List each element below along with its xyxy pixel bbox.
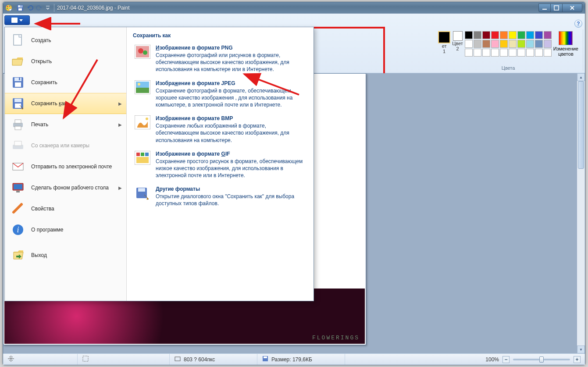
palette-color[interactable] <box>465 49 473 57</box>
palette-color[interactable] <box>482 31 490 39</box>
palette-color[interactable] <box>535 49 543 57</box>
menu-item-print[interactable]: Печать ▶ <box>5 114 126 135</box>
svg-rect-5 <box>18 5 22 7</box>
svg-point-2 <box>9 6 11 7</box>
palette-color[interactable] <box>517 49 525 57</box>
zoom-slider[interactable] <box>513 359 570 360</box>
watermark-text: FLOWERINGS <box>312 335 360 341</box>
color-palette[interactable] <box>465 31 552 57</box>
format-jpeg[interactable]: Изображение в формате JPEG Сохранение фо… <box>133 78 307 113</box>
zoom-out-button[interactable]: − <box>502 356 510 363</box>
format-png-desc: Сохранение фотографий или рисунков в фор… <box>156 52 306 73</box>
menu-item-exit[interactable]: Выход <box>5 245 126 266</box>
menu-item-about[interactable]: i О программе <box>5 219 126 240</box>
color2-button[interactable]: Цвет2 <box>452 31 463 51</box>
palette-color[interactable] <box>465 40 473 48</box>
format-bmp[interactable]: Изображение в формате BMP Сохранение люб… <box>133 113 307 148</box>
qat-save-icon[interactable] <box>17 4 24 11</box>
scroll-down-button[interactable]: ▼ <box>577 346 585 353</box>
palette-color[interactable] <box>509 40 517 48</box>
format-other[interactable]: Другие форматы Открытие диалогового окна… <box>133 183 307 211</box>
submenu-arrow-icon: ▶ <box>118 185 122 190</box>
palette-color[interactable] <box>526 31 534 39</box>
status-dimensions: 803 ? 604пкс <box>170 354 257 365</box>
svg-rect-25 <box>14 184 22 189</box>
zoom-thumb[interactable] <box>539 356 544 363</box>
palette-color[interactable] <box>474 49 481 57</box>
palette-color[interactable] <box>500 31 508 39</box>
format-other-title: Другие форматы <box>156 186 306 192</box>
help-button[interactable]: ? <box>574 20 582 28</box>
close-button[interactable] <box>562 4 582 12</box>
edit-colors-button[interactable]: Изменение цветов <box>553 31 578 57</box>
palette-color[interactable] <box>500 49 508 57</box>
zoom-in-button[interactable]: + <box>574 356 581 363</box>
qat-redo-icon[interactable] <box>36 4 43 11</box>
svg-point-1 <box>7 6 8 7</box>
palette-color[interactable] <box>482 49 490 57</box>
palette-color[interactable] <box>526 40 534 48</box>
menu-item-properties[interactable]: Свойства <box>5 198 126 219</box>
svg-rect-26 <box>16 191 20 192</box>
format-bmp-desc: Сохранение любых изображений в формате, … <box>156 122 306 144</box>
ribbon: ? ет1 Цвет2 <box>3 14 585 73</box>
palette-color[interactable] <box>544 49 552 57</box>
scrollbar-thumb[interactable] <box>578 81 584 169</box>
palette-color[interactable] <box>544 31 552 39</box>
format-jpeg-desc: Сохранение фотографий в формате, обеспеч… <box>156 87 306 109</box>
menu-item-new[interactable]: Создать <box>5 30 126 51</box>
palette-color[interactable] <box>544 40 552 48</box>
svg-point-36 <box>138 83 140 86</box>
palette-color[interactable] <box>482 40 490 48</box>
palette-color[interactable] <box>509 31 517 39</box>
bmp-format-icon <box>135 115 150 129</box>
info-icon: i <box>11 223 25 237</box>
palette-color[interactable] <box>535 40 543 48</box>
color-picker-group: ет1 Цвет2 Изменение цветов Цвет <box>434 29 583 71</box>
scroll-up-button[interactable]: ▲ <box>577 73 585 81</box>
other-format-icon <box>135 186 150 200</box>
qat-dropdown-icon[interactable] <box>46 4 50 11</box>
palette-color[interactable] <box>500 40 508 48</box>
menu-item-save-as[interactable]: Сохранить как ▶ <box>5 93 126 114</box>
palette-color[interactable] <box>491 49 499 57</box>
menu-item-open[interactable]: Открыть <box>5 51 126 72</box>
menu-item-wallpaper[interactable]: Сделать фоном рабочего стола ▶ <box>5 177 126 198</box>
palette-color[interactable] <box>465 31 473 39</box>
format-png[interactable]: Изображение в формате PNG Сохранение фот… <box>133 42 307 78</box>
maximize-button[interactable] <box>550 4 563 12</box>
vertical-scrollbar[interactable]: ▲ ▼ <box>577 73 585 353</box>
window-title: 2017-04-02_203606.jpg - Paint <box>57 5 129 11</box>
qat-undo-icon[interactable] <box>26 4 33 11</box>
palette-color[interactable] <box>491 40 499 48</box>
svg-text:i: i <box>17 225 19 234</box>
svg-rect-50 <box>175 357 180 361</box>
gif-format-icon <box>135 151 150 165</box>
palette-color[interactable] <box>474 31 481 39</box>
palette-color[interactable] <box>535 31 543 39</box>
palette-color[interactable] <box>526 49 534 57</box>
status-selection <box>78 354 170 365</box>
disk-icon <box>262 355 269 363</box>
svg-point-32 <box>143 50 147 55</box>
svg-rect-7 <box>21 5 21 7</box>
save-icon <box>11 75 25 89</box>
minimize-button[interactable] <box>538 4 551 12</box>
file-menu-button[interactable] <box>4 15 30 25</box>
format-other-desc: Открытие диалогового окна "Сохранить как… <box>156 193 306 207</box>
status-bar: 803 ? 604пкс Размер: 179,6КБ 100% − + <box>3 353 585 365</box>
palette-color[interactable] <box>517 40 525 48</box>
palette-color[interactable] <box>491 31 499 39</box>
menu-item-email[interactable]: Отправить по электронной почте <box>5 156 126 177</box>
svg-rect-6 <box>18 8 22 11</box>
scanner-icon <box>11 139 25 153</box>
menu-item-save[interactable]: Сохранить <box>5 72 126 93</box>
svg-rect-41 <box>141 153 144 156</box>
palette-color[interactable] <box>474 40 481 48</box>
format-gif[interactable]: Изображение в формате GIF Сохранение про… <box>133 148 307 184</box>
svg-rect-12 <box>14 78 21 81</box>
color1-button[interactable]: ет1 <box>438 31 450 54</box>
palette-color[interactable] <box>509 49 517 57</box>
status-cursor-pos <box>3 354 78 365</box>
palette-color[interactable] <box>517 31 525 39</box>
